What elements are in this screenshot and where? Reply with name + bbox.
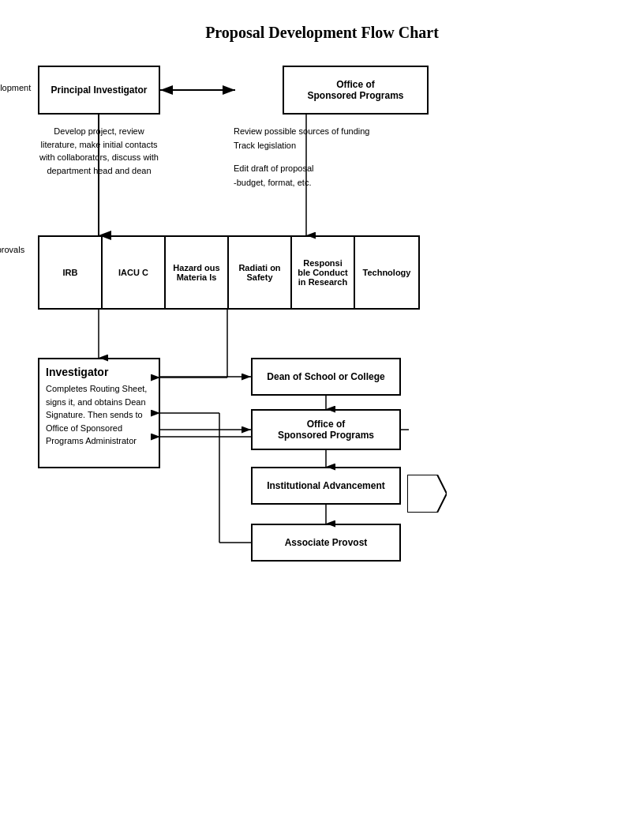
radiation-box: Radiati on Safety [229, 237, 292, 308]
dean-box: Dean of School or College [251, 358, 401, 396]
step1-label: Step 1: Proposal Development [0, 73, 31, 92]
responsible-box: Responsi ble Conduct in Research [292, 237, 355, 308]
chevron-shape [407, 475, 447, 498]
svg-marker-0 [407, 475, 447, 513]
osp-top-box: Office of Sponsored Programs [283, 66, 429, 115]
page-title: Proposal Development Flow Chart [32, 24, 612, 42]
investigator-box: Investigator Completes Routing Sheet, si… [38, 358, 160, 468]
osp-bottom-box: Office of Sponsored Programs [251, 409, 401, 450]
hazardous-box: Hazard ous Materia ls [166, 237, 229, 308]
step2-label: Step 2: Pre-Award Approvals [0, 235, 24, 254]
ap-box: Associate Provost [251, 524, 401, 562]
irb-box: IRB [39, 237, 103, 308]
technology-box: Technology [355, 237, 418, 308]
ia-box: Institutional Advancement [251, 467, 401, 505]
pi-box: Principal Investigator [38, 66, 160, 115]
iacuc-box: IACU C [103, 237, 166, 308]
approval-boxes: IRB IACU C Hazard ous Materia ls Radiati… [38, 235, 420, 310]
osp-description: Review possible sources of funding Track… [234, 125, 391, 190]
pi-description: Develop project, review literature, make… [38, 125, 160, 177]
